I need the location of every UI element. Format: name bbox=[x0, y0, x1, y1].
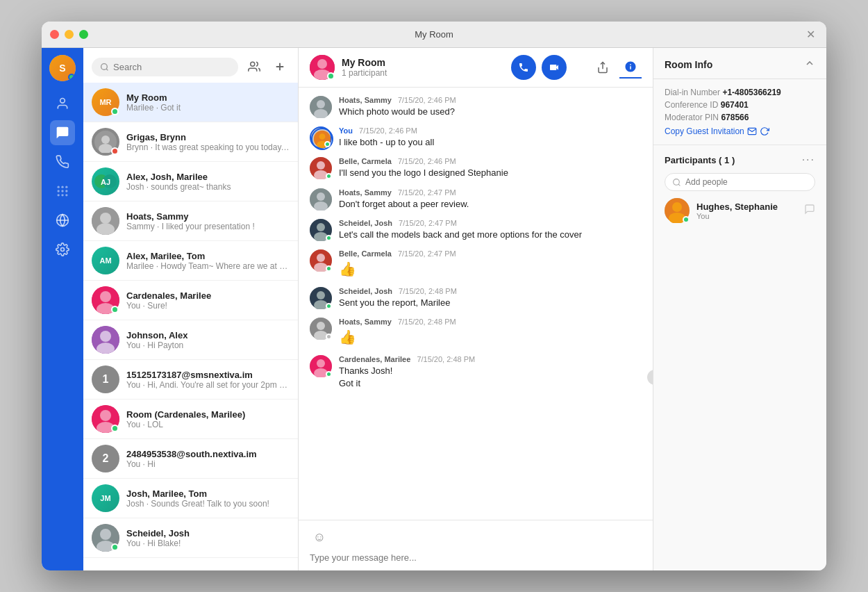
conv-info: Cardenales, Marilee You · Sure! bbox=[126, 290, 290, 311]
status-dot bbox=[111, 147, 119, 155]
conversation-item-alex-josh-marilee[interactable]: AJ Alex, Josh, Marilee Josh · sounds gre… bbox=[83, 162, 298, 202]
participant-avatar bbox=[665, 198, 690, 223]
conversation-item-hoats-sammy[interactable]: Hoats, Sammy Sammy · I liked your presen… bbox=[83, 202, 298, 241]
conference-id-row: Conference ID 967401 bbox=[665, 100, 815, 110]
msg-avatar bbox=[310, 318, 332, 340]
maximize-button[interactable] bbox=[79, 30, 88, 39]
user-avatar[interactable]: S bbox=[49, 55, 76, 81]
emoji-button[interactable]: ☺ bbox=[310, 527, 329, 547]
svg-point-6 bbox=[65, 190, 67, 192]
conv-preview: Josh · Sounds Great! Talk to you soon! bbox=[126, 499, 290, 509]
status-dot-green bbox=[326, 303, 332, 309]
conv-preview: You · Hi, Andi. You're all set for your … bbox=[126, 380, 290, 390]
conversation-item-cardenales-marilee[interactable]: Cardenales, Marilee You · Sure! bbox=[83, 281, 298, 320]
conversation-item-grigas-brynn[interactable]: Grigas, Brynn Brynn · It was great speak… bbox=[83, 122, 298, 162]
svg-point-1 bbox=[58, 186, 60, 188]
message-dropdown-button[interactable] bbox=[647, 370, 653, 385]
dial-in-label: Dial-in Number bbox=[665, 88, 720, 97]
msg-meta: You 7/15/20, 2:46 PM bbox=[339, 126, 642, 135]
svg-point-5 bbox=[61, 190, 63, 192]
msg-bubble: Which photo would be used? bbox=[339, 106, 642, 118]
app-body: S bbox=[42, 48, 826, 570]
msg-meta: Cardenales, Marilee 7/15/20, 2:48 PM bbox=[339, 355, 642, 363]
participants-more-button[interactable]: ··· bbox=[802, 154, 815, 166]
collapse-panel-button[interactable] bbox=[804, 58, 815, 72]
conv-number-badge: 1 bbox=[103, 373, 109, 386]
msg-avatar bbox=[310, 188, 332, 211]
share-button[interactable] bbox=[592, 56, 614, 79]
svg-point-2 bbox=[61, 186, 63, 188]
nav-sidebar: S bbox=[42, 48, 83, 570]
conversation-item-johnson-alex[interactable]: Johnson, Alex You · Hi Payton bbox=[83, 320, 298, 360]
conv-preview: You · Sure! bbox=[126, 301, 290, 311]
conv-info: Alex, Marilee, Tom Marilee · Howdy Team~… bbox=[126, 251, 290, 271]
msg-bubble: 👍 bbox=[339, 327, 642, 347]
message-group-4: Hoats, Sammy 7/15/20, 2:47 PM Don't forg… bbox=[310, 188, 642, 211]
conv-avatar bbox=[92, 405, 119, 433]
add-people-input[interactable] bbox=[685, 177, 808, 187]
svg-point-69 bbox=[317, 359, 325, 368]
minimize-button[interactable] bbox=[65, 30, 74, 39]
svg-point-57 bbox=[317, 223, 325, 231]
conversation-item-josh-marilee-tom[interactable]: JM Josh, Marilee, Tom Josh · Sounds Grea… bbox=[83, 479, 298, 518]
msg-timestamp: 7/15/20, 2:48 PM bbox=[417, 355, 475, 363]
chat-panel: My Room 1 participant bbox=[299, 48, 653, 570]
nav-settings-icon[interactable] bbox=[50, 237, 75, 262]
msg-sender: Hoats, Sammy bbox=[339, 96, 392, 104]
nav-phone-icon[interactable] bbox=[50, 149, 75, 174]
copy-guest-invitation-button[interactable]: Copy Guest Invitation bbox=[665, 126, 815, 136]
conv-number-badge: 2 bbox=[103, 452, 109, 465]
conv-avatar bbox=[92, 524, 119, 552]
new-conversation-button[interactable] bbox=[269, 56, 290, 77]
msg-bubble: I'll send you the logo I designed Stepha… bbox=[339, 167, 642, 179]
titlebar-close-icon[interactable]: ✕ bbox=[806, 28, 815, 41]
video-call-button[interactable] bbox=[542, 55, 567, 80]
conversation-item-alex-marilee-tom[interactable]: AM Alex, Marilee, Tom Marilee · Howdy Te… bbox=[83, 241, 298, 281]
nav-globe-icon[interactable] bbox=[50, 208, 75, 233]
info-panel-button[interactable] bbox=[619, 56, 642, 79]
svg-point-0 bbox=[60, 99, 65, 104]
conv-avatar bbox=[92, 326, 119, 354]
conversation-item-scheidel-josh[interactable]: Scheidel, Josh You · Hi Blake! bbox=[83, 518, 298, 558]
msg-meta: Scheidel, Josh 7/15/20, 2:48 PM bbox=[339, 287, 642, 295]
svg-point-71 bbox=[674, 179, 680, 185]
window-title: My Room bbox=[415, 29, 453, 40]
add-people-box[interactable] bbox=[665, 173, 815, 191]
participant-message-button[interactable] bbox=[804, 204, 815, 217]
participant-name: Hughes, Stephanie bbox=[696, 202, 797, 212]
participant-sub: You bbox=[696, 212, 797, 220]
svg-point-54 bbox=[317, 192, 325, 201]
msg-sender: Hoats, Sammy bbox=[339, 318, 392, 326]
contacts-icon-button[interactable] bbox=[244, 56, 264, 77]
voice-call-button[interactable] bbox=[511, 55, 536, 80]
conversation-item-sms-15125[interactable]: 1 15125173187@smsnextiva.im You · Hi, An… bbox=[83, 360, 298, 400]
conv-name: Josh, Marilee, Tom bbox=[126, 488, 290, 499]
app-window: My Room ✕ S bbox=[42, 22, 826, 570]
conv-avatar bbox=[92, 128, 119, 156]
nav-chat-icon[interactable] bbox=[50, 120, 75, 145]
msg-sender-you: You bbox=[339, 126, 353, 135]
close-button[interactable] bbox=[50, 30, 59, 39]
msg-content: Scheidel, Josh 7/15/20, 2:47 PM Let's ca… bbox=[339, 219, 642, 241]
nav-grid-icon[interactable] bbox=[50, 179, 75, 204]
dial-in-value: +1-4805366219 bbox=[722, 88, 781, 97]
conversation-item-sms-24849[interactable]: 2 2484953538@south.nextiva.im You · Hi bbox=[83, 439, 298, 479]
participants-count-paren: ( bbox=[719, 155, 721, 165]
conversation-item-myroom[interactable]: MR My Room Marilee · Got it bbox=[83, 83, 298, 122]
msg-avatar bbox=[310, 355, 332, 377]
message-input[interactable] bbox=[310, 552, 642, 563]
search-box[interactable] bbox=[92, 58, 238, 76]
msg-meta: Belle, Carmela 7/15/20, 2:46 PM bbox=[339, 157, 642, 165]
msg-timestamp: 7/15/20, 2:47 PM bbox=[399, 219, 457, 227]
status-dot-green bbox=[326, 235, 332, 241]
svg-point-32 bbox=[100, 331, 111, 342]
search-input[interactable] bbox=[113, 62, 230, 72]
msg-content: Hoats, Sammy 7/15/20, 2:48 PM 👍 bbox=[339, 318, 642, 347]
svg-point-60 bbox=[317, 254, 325, 262]
conversation-item-room-cardenales[interactable]: Room (Cardenales, Marilee) You · LOL bbox=[83, 400, 298, 439]
search-icon bbox=[100, 63, 109, 72]
nav-contacts-icon[interactable] bbox=[50, 91, 75, 116]
conv-preview: You · Hi Payton bbox=[126, 340, 290, 350]
svg-point-3 bbox=[65, 186, 67, 188]
svg-point-15 bbox=[250, 62, 254, 66]
